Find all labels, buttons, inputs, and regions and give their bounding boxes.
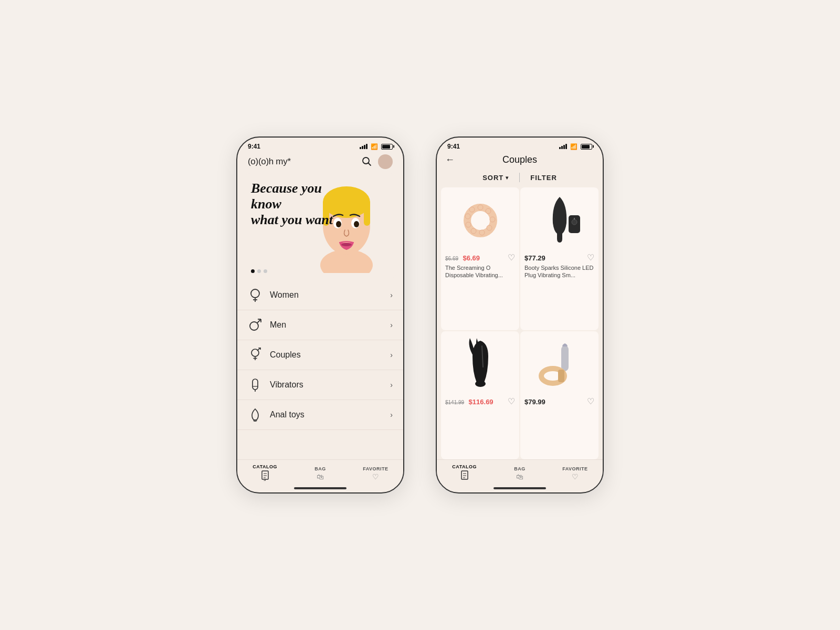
dot-3 xyxy=(264,269,267,273)
tab-bag-label-1: BAG xyxy=(314,466,326,471)
battery-icon-2 xyxy=(581,144,592,150)
venus-icon xyxy=(248,288,262,302)
product-price-row-3: $141.99 $116.69 ♡ xyxy=(445,396,515,406)
tab-catalog-label-2: CATALOG xyxy=(452,464,477,469)
price-original-3: $141.99 xyxy=(445,400,464,405)
category-item-anal[interactable]: Anal toys › xyxy=(237,400,403,430)
signal-icon-2 xyxy=(559,144,567,149)
category-couples-label: Couples xyxy=(270,350,390,360)
svg-point-46 xyxy=(475,381,486,387)
svg-point-12 xyxy=(251,289,259,298)
nav-bar-2: ← Couples xyxy=(437,152,603,170)
category-men-label: Men xyxy=(270,320,390,330)
price-sale-1: $6.69 xyxy=(463,254,480,262)
chevron-down-icon: ▾ xyxy=(506,175,509,181)
wifi-icon-2: 📶 xyxy=(570,143,578,150)
svg-line-1 xyxy=(369,163,371,165)
svg-point-37 xyxy=(487,225,492,230)
svg-point-42 xyxy=(469,207,475,212)
tab-catalog-1[interactable]: CATALOG xyxy=(237,464,292,483)
status-bar-1: 9:41 📶 xyxy=(237,138,403,152)
favorite-icon: ♡ xyxy=(372,472,379,481)
svg-point-34 xyxy=(478,205,483,210)
product-card-2[interactable]: $77.29 ♡ Booty Sparks Silicone LED Plug … xyxy=(520,187,598,330)
filter-button[interactable]: FILTER xyxy=(530,174,557,182)
wishlist-button-1[interactable]: ♡ xyxy=(508,253,515,262)
search-button[interactable] xyxy=(360,155,373,169)
sort-button[interactable]: SORT ▾ xyxy=(482,174,509,182)
product-card-3[interactable]: $141.99 $116.69 ♡ xyxy=(441,331,519,459)
price-original-1: $6.69 xyxy=(445,256,458,261)
product-image-4 xyxy=(524,335,594,393)
product-price-row-1: $6.69 $6.69 ♡ xyxy=(445,253,515,262)
svg-rect-49 xyxy=(558,370,564,382)
tab-catalog-2[interactable]: CATALOG xyxy=(437,464,492,483)
tab-favorite-label-2: FAVORITE xyxy=(562,466,587,471)
product-price-row-4: $79.99 ♡ xyxy=(524,396,594,406)
search-icon xyxy=(361,156,372,166)
filter-bar: SORT ▾ FILTER xyxy=(437,170,603,187)
wishlist-button-2[interactable]: ♡ xyxy=(587,253,594,262)
category-item-men[interactable]: Men › xyxy=(237,310,403,340)
tab-favorite-2[interactable]: FAVORITE ♡ xyxy=(548,466,603,481)
phone2: 9:41 📶 ← Couples SORT ▾ FILTER xyxy=(436,136,604,494)
page-title-2: Couples xyxy=(502,154,537,165)
tab-favorite-1[interactable]: FAVORITE ♡ xyxy=(348,466,403,481)
hero-text: Because you know what you want xyxy=(251,181,333,228)
time-2: 9:41 xyxy=(447,143,460,150)
wifi-icon: 📶 xyxy=(371,143,378,150)
phone1: 9:41 📶 (o)(o)h my* Bec xyxy=(236,136,404,494)
product-image-1 xyxy=(445,192,515,249)
tab-bag-2[interactable]: BAG 🛍 xyxy=(492,466,547,481)
product-image-2 xyxy=(524,192,594,249)
price-regular-4: $79.99 xyxy=(524,398,545,406)
gender-fluid-icon xyxy=(248,348,262,362)
profile-button[interactable] xyxy=(378,154,393,169)
chevron-icon-women: › xyxy=(390,291,393,299)
wishlist-button-4[interactable]: ♡ xyxy=(587,396,594,406)
dot-2 xyxy=(257,269,261,273)
home-indicator-2 xyxy=(494,487,546,489)
time-1: 9:41 xyxy=(248,143,260,150)
svg-point-15 xyxy=(250,322,258,330)
svg-rect-25 xyxy=(253,379,258,390)
product-name-2: Booty Sparks Silicone LED Plug Vibrating… xyxy=(524,264,594,279)
svg-point-44 xyxy=(572,219,577,225)
favorite-icon-2: ♡ xyxy=(572,472,579,481)
svg-point-39 xyxy=(471,228,476,234)
catalog-icon-2 xyxy=(460,470,469,483)
svg-point-36 xyxy=(490,217,495,222)
back-button[interactable]: ← xyxy=(445,154,455,165)
svg-rect-6 xyxy=(364,200,370,226)
chevron-icon-vibrators: › xyxy=(390,381,393,389)
vibrator-icon xyxy=(248,377,262,392)
wishlist-button-3[interactable]: ♡ xyxy=(508,396,515,406)
status-icons-1: 📶 xyxy=(360,143,393,150)
category-item-women[interactable]: Women › xyxy=(237,280,403,310)
hero-banner: Because you know what you want xyxy=(244,173,397,278)
product-card-4[interactable]: $79.99 ♡ xyxy=(520,331,598,459)
bag-icon: 🛍 xyxy=(317,472,324,481)
svg-point-11 xyxy=(341,243,352,246)
category-item-vibrators[interactable]: Vibrators › xyxy=(237,370,403,400)
product-grid: $6.69 $6.69 ♡ The Screaming O Disposable… xyxy=(437,187,603,459)
hero-line1: Because you know what you want xyxy=(251,181,333,228)
product-image-3 xyxy=(445,335,515,393)
svg-point-40 xyxy=(466,222,471,227)
svg-point-10 xyxy=(354,221,359,227)
product-illustration-2 xyxy=(536,194,583,247)
category-women-label: Women xyxy=(270,290,390,300)
status-icons-2: 📶 xyxy=(559,143,592,150)
product-card-1[interactable]: $6.69 $6.69 ♡ The Screaming O Disposable… xyxy=(441,187,519,330)
dot-1 xyxy=(251,269,255,273)
svg-point-35 xyxy=(486,208,491,214)
chevron-icon-men: › xyxy=(390,321,393,329)
product-prices-3: $141.99 $116.69 xyxy=(445,397,494,406)
anal-icon xyxy=(248,407,262,422)
category-item-couples[interactable]: Couples › xyxy=(237,340,403,370)
tab-bag-label-2: BAG xyxy=(514,466,526,471)
tab-bag-1[interactable]: BAG 🛍 xyxy=(292,466,348,481)
svg-line-22 xyxy=(257,348,260,351)
product-prices-2: $77.29 xyxy=(524,253,545,262)
svg-line-16 xyxy=(257,319,261,323)
